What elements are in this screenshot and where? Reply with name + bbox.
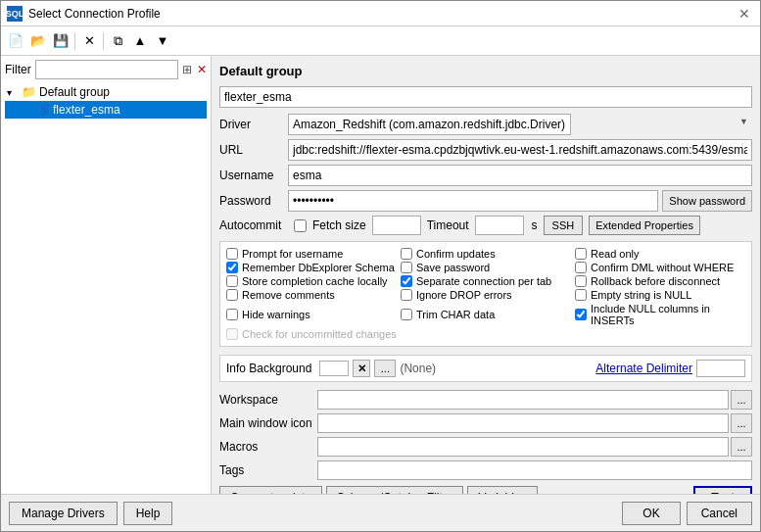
macros-browse-button[interactable]: ... (731, 437, 752, 457)
delete-button[interactable]: ✕ (78, 30, 100, 52)
url-input[interactable] (288, 139, 752, 161)
open-button[interactable]: 📂 (27, 30, 49, 52)
checkbox-confirm-dml-input[interactable] (575, 262, 587, 273)
username-input[interactable] (288, 165, 752, 186)
checkbox-hide-warnings-input[interactable] (226, 309, 238, 320)
profile-name-input[interactable] (219, 86, 752, 108)
workspace-input[interactable] (317, 390, 729, 410)
move-up-button[interactable]: ▲ (129, 30, 151, 52)
info-color-box[interactable] (319, 361, 349, 376)
checkbox-trim-char-input[interactable] (401, 309, 412, 320)
checkbox-remember-schema-label: Remember DbExplorer Schema (242, 262, 395, 273)
main-window-icon-browse-button[interactable]: ... (731, 413, 752, 433)
checkbox-include-null-input[interactable] (575, 309, 587, 320)
password-label: Password (219, 194, 288, 208)
checkbox-remember-schema-input[interactable] (226, 262, 238, 273)
tags-row: Tags (219, 460, 752, 480)
filter-funnel-icon[interactable]: ⊞ (182, 61, 193, 78)
autocommit-checkbox[interactable] (294, 219, 307, 232)
macros-input[interactable] (317, 437, 729, 457)
info-browse-button[interactable]: ... (374, 360, 396, 377)
toolbar: 📄 📂 💾 ✕ ⧉ ▲ ▼ (1, 26, 760, 56)
timeout-label: Timeout (427, 218, 469, 232)
checkbox-hide-warnings: Hide warnings (226, 303, 397, 326)
move-down-button[interactable]: ▼ (152, 30, 173, 52)
help-button[interactable]: Help (123, 502, 173, 525)
driver-select[interactable]: Amazon_Redshift (com.amazon.redshift.jdb… (288, 114, 571, 135)
separator-2 (103, 32, 104, 50)
checkbox-confirm-updates-label: Confirm updates (416, 248, 496, 260)
password-input[interactable] (288, 190, 658, 212)
checkbox-empty-string: Empty string is NULL (575, 289, 745, 301)
filter-row: Filter ⊞ ✕ (5, 60, 207, 79)
tags-label: Tags (219, 463, 317, 477)
checkbox-ignore-drop-input[interactable] (401, 289, 412, 301)
separator-1 (74, 32, 75, 50)
tree-root-item[interactable]: ▾ 📁 Default group (5, 83, 207, 101)
checkbox-read-only: Read only (575, 248, 745, 260)
workspace-browse-button[interactable]: ... (731, 390, 752, 410)
tags-input[interactable] (317, 460, 752, 480)
new-profile-button[interactable]: 📄 (5, 30, 26, 52)
username-row: Username (219, 165, 752, 186)
checkbox-store-completion-input[interactable] (226, 275, 238, 287)
checkbox-empty-string-label: Empty string is NULL (591, 289, 691, 301)
checkbox-uncommitted: Check for uncommitted changes (226, 328, 397, 340)
info-background-label: Info Background (226, 362, 311, 375)
window-close-button[interactable]: ✕ (735, 6, 754, 22)
save-button[interactable]: 💾 (50, 30, 71, 52)
checkbox-prompt-username-input[interactable] (226, 248, 238, 260)
password-row: Password Show password (219, 190, 752, 212)
checkbox-rollback-input[interactable] (575, 275, 587, 287)
checkboxes-grid: Prompt for username Confirm updates Read… (219, 241, 752, 347)
variables-button[interactable]: Variables (467, 486, 537, 494)
alternate-delimiter-link[interactable]: Alternate Delimiter (595, 362, 692, 375)
checkbox-prompt-username: Prompt for username (226, 248, 397, 260)
checkbox-confirm-updates-input[interactable] (401, 248, 412, 260)
ok-button[interactable]: OK (622, 502, 680, 525)
checkbox-save-password: Save password (401, 262, 571, 273)
checkbox-separate-connection-input[interactable] (401, 275, 412, 287)
checkbox-remove-comments-input[interactable] (226, 289, 238, 301)
tree-child-item[interactable]: 🗄 flexter_esma (5, 101, 207, 119)
username-label: Username (219, 169, 288, 182)
extended-properties-button[interactable]: Extended Properties (589, 216, 700, 235)
checkbox-remove-comments-label: Remove comments (242, 289, 335, 301)
info-clear-button[interactable]: ✕ (353, 360, 370, 377)
tree-expand-icon: ▾ (7, 87, 19, 98)
checkbox-separate-connection: Separate connection per tab (401, 275, 571, 287)
filter-input[interactable] (35, 60, 178, 79)
fetch-size-label: Fetch size (312, 218, 366, 232)
tree-child-label: flexter_esma (53, 103, 120, 117)
checkbox-uncommitted-label: Check for uncommitted changes (242, 328, 397, 340)
checkbox-save-password-input[interactable] (401, 262, 412, 273)
info-none-label: (None) (400, 362, 436, 375)
checkbox-separate-connection-label: Separate connection per tab (416, 275, 551, 287)
checkbox-ignore-drop: Ignore DROP errors (401, 289, 571, 301)
checkbox-remember-schema: Remember DbExplorer Schema (226, 262, 397, 273)
action-buttons-row: Connect scripts Schema/Catalog Filter Va… (219, 486, 752, 494)
main-content: Filter ⊞ ✕ ▾ 📁 Default group 🗄 flexter_e… (1, 56, 760, 494)
macros-label: Macros (219, 440, 317, 454)
main-window: SQL Select Connection Profile ✕ 📄 📂 💾 ✕ … (0, 0, 761, 532)
checkbox-trim-char-label: Trim CHAR data (416, 309, 495, 320)
filter-clear-icon[interactable]: ✕ (196, 61, 207, 78)
ssh-button[interactable]: SSH (544, 216, 584, 235)
left-panel: Filter ⊞ ✕ ▾ 📁 Default group 🗄 flexter_e… (1, 56, 212, 494)
main-window-icon-input[interactable] (317, 413, 729, 433)
cancel-button[interactable]: Cancel (687, 502, 752, 525)
alternate-delimiter-input[interactable] (696, 360, 745, 377)
driver-row: Driver Amazon_Redshift (com.amazon.redsh… (219, 114, 752, 135)
test-button[interactable]: Test (693, 486, 752, 494)
manage-drivers-button[interactable]: Manage Drivers (9, 502, 118, 525)
timeout-input[interactable] (475, 216, 524, 235)
fetch-size-input[interactable] (372, 216, 421, 235)
checkbox-empty-string-input[interactable] (575, 289, 587, 301)
copy-button[interactable]: ⧉ (107, 30, 128, 52)
schema-catalog-filter-button[interactable]: Schema/Catalog Filter (326, 486, 464, 494)
tree-root-label: Default group (39, 85, 110, 99)
show-password-button[interactable]: Show password (662, 190, 752, 212)
checkbox-rollback-label: Rollback before disconnect (591, 275, 720, 287)
connect-scripts-button[interactable]: Connect scripts (219, 486, 322, 494)
checkbox-read-only-input[interactable] (575, 248, 587, 260)
